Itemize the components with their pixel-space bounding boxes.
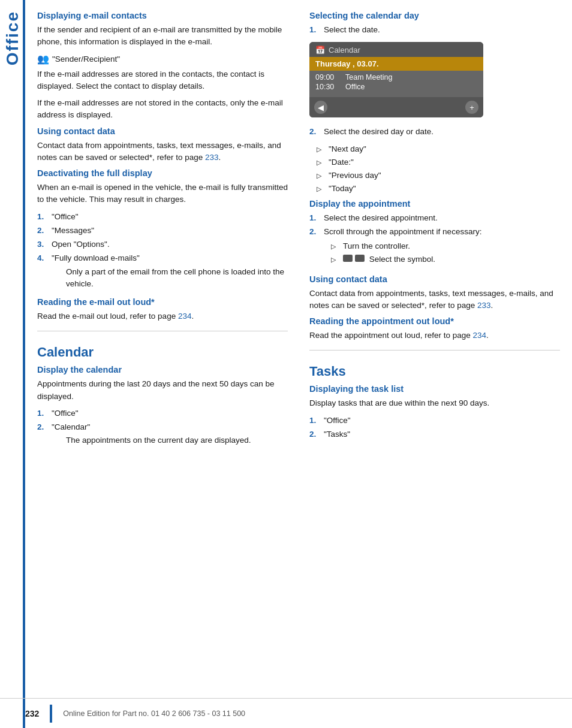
bottom-bar: 232 Online Edition for Part no. 01 40 2 … <box>0 698 572 728</box>
appointment-subbullets: ▷Turn the controller. ▷ Select the sym <box>331 240 481 266</box>
body-text-display-calendar: Appointments during the last 20 days and… <box>37 378 288 403</box>
calendar-date-row: Thursday , 03.07. <box>309 57 483 71</box>
option-previous-day: ▷"Previous day" <box>317 170 560 182</box>
section-using-contact-data-right: Using contact data Contact data from app… <box>309 274 560 312</box>
symbol-box-2 <box>355 255 365 262</box>
section-deactivating-full-display: Deactivating the full display When an e-… <box>37 168 288 292</box>
page-wrapper: Office Displaying e-mail contacts If the… <box>0 0 572 728</box>
calendar-event-row-2: 10:30 Office <box>315 83 477 91</box>
selecting-step-2-list: 2.Select the desired day or date. <box>309 126 560 138</box>
symbol-box-1 <box>343 255 353 262</box>
body-text-reading-email: Read the e-mail out loud, refer to page … <box>37 310 288 322</box>
section-displaying-email-contacts: Displaying e-mail contacts If the sender… <box>37 11 288 122</box>
section-title-reading-email: Reading the e-mail out loud* <box>37 297 288 307</box>
calendar-controls: ◀ + <box>309 97 483 117</box>
event-title-2: Office <box>345 83 365 91</box>
option-date: ▷"Date:" <box>317 156 560 168</box>
calendar-widget-body: Thursday , 03.07. 09:00 Team Meeting 10:… <box>309 57 483 117</box>
subbullet-select-symbol: ▷ Select the symbol. <box>331 253 481 265</box>
section-using-contact-data: Using contact data Contact data from app… <box>37 126 288 164</box>
step-4-fully-download: 4. "Fully download e-mails" Only a part … <box>37 252 288 292</box>
step-1-office: 1."Office" <box>37 211 288 223</box>
subbullet-turn-controller: ▷Turn the controller. <box>331 240 481 252</box>
sidebar-label: Office <box>3 11 22 65</box>
symbol-icons <box>343 255 365 262</box>
body-text-using-contact-data: Contact data from appointments, tasks, t… <box>37 140 288 164</box>
calendar-step-2-calendar: 2. "Calendar" The appointments on the cu… <box>37 421 288 449</box>
left-column: Displaying e-mail contacts If the sender… <box>25 11 299 728</box>
section-displaying-task-list: Displaying the task list Display tasks t… <box>309 384 560 440</box>
link-233-1[interactable]: 233 <box>205 153 219 162</box>
link-234-1[interactable]: 234 <box>178 312 192 321</box>
section-title-displaying-email-contacts: Displaying e-mail contacts <box>37 11 288 20</box>
section-selecting-calendar-day: Selecting the calendar day 1.Select the … <box>309 11 560 195</box>
section-title-display-calendar: Display the calendar <box>37 365 288 374</box>
body-text-email-contacts-3: If the e-mail addresses are not stored i… <box>37 97 288 122</box>
person-icon: 👥 <box>37 53 49 65</box>
appointment-steps-list: 1.Select the desired appointment. 2. Scr… <box>309 212 560 270</box>
right-column: Selecting the calendar day 1.Select the … <box>299 11 572 728</box>
link-234-2[interactable]: 234 <box>472 331 486 340</box>
task-step-2-tasks: 2."Tasks" <box>309 428 560 440</box>
section-title-display-appointment: Display the appointment <box>309 199 560 209</box>
bottom-divider <box>50 705 52 723</box>
task-list-steps: 1."Office" 2."Tasks" <box>309 415 560 441</box>
appointment-step-1: 1.Select the desired appointment. <box>309 212 560 224</box>
calendar-events: 09:00 Team Meeting 10:30 Office <box>309 71 483 97</box>
section-title-using-contact-data-right: Using contact data <box>309 274 560 284</box>
section-title-deactivating: Deactivating the full display <box>37 168 288 178</box>
selecting-step-1-list: 1.Select the date. <box>309 24 560 36</box>
divider-tasks <box>309 350 560 351</box>
calendar-prev-btn[interactable]: ◀ <box>314 101 327 114</box>
event-time-1: 09:00 <box>315 73 338 81</box>
display-calendar-steps: 1."Office" 2. "Calendar" The appointment… <box>37 407 288 449</box>
step-2-messages: 2."Messages" <box>37 225 288 237</box>
calendar-add-btn[interactable]: + <box>465 101 478 114</box>
body-text-task-list: Display tasks that are due within the ne… <box>309 397 560 409</box>
body-text-deactivating: When an e-mail is opened in the vehicle,… <box>37 182 288 206</box>
sender-recipient-label: "Sender/Recipient" <box>52 55 120 64</box>
calendar-step-1-office: 1."Office" <box>37 407 288 419</box>
section-title-selecting-calendar-day: Selecting the calendar day <box>309 11 560 20</box>
footer-text: Online Edition for Part no. 01 40 2 606 … <box>63 709 245 718</box>
divider-calendar <box>37 331 288 331</box>
deactivating-steps-list: 1."Office" 2."Messages" 3.Open "Options"… <box>37 211 288 293</box>
step-4-subtext: Only a part of the email from the cell p… <box>66 266 288 291</box>
option-next-day: ▷"Next day" <box>317 143 560 155</box>
section-title-tasks-large: Tasks <box>309 364 560 379</box>
event-time-2: 10:30 <box>315 83 338 91</box>
page-number: 232 <box>25 709 39 718</box>
section-display-calendar: Display the calendar Appointments during… <box>37 365 288 449</box>
calendar-options-list: ▷"Next day" ▷"Date:" ▷"Previous day" ▷"T… <box>317 143 560 195</box>
sidebar: Office <box>0 0 25 728</box>
section-title-calendar-large: Calendar <box>37 345 288 360</box>
appointment-step-2: 2. Scroll through the appointment if nec… <box>309 226 560 270</box>
section-display-appointment: Display the appointment 1.Select the des… <box>309 199 560 270</box>
calendar-event-row-1: 09:00 Team Meeting <box>315 73 477 81</box>
calendar-small-icon: 📅 <box>315 46 325 55</box>
body-text-reading-appointment: Read the appointment out loud, refer to … <box>309 330 560 342</box>
step-3-options: 3.Open "Options". <box>37 238 288 250</box>
selecting-step-2: 2.Select the desired day or date. <box>309 126 560 138</box>
calendar-step-2-subtext: The appointments on the current day are … <box>66 434 251 446</box>
section-title-reading-appointment: Reading the appointment out loud* <box>309 316 560 326</box>
body-text-email-contacts-1: If the sender and recipient of an e-mail… <box>37 24 288 49</box>
body-text-email-contacts-2: If the e-mail addresses are stored in th… <box>37 68 288 93</box>
task-step-1-office: 1."Office" <box>309 415 560 427</box>
section-title-using-contact-data: Using contact data <box>37 126 288 136</box>
option-today: ▷"Today" <box>317 183 560 195</box>
section-title-task-list: Displaying the task list <box>309 384 560 394</box>
calendar-widget: 📅 Calendar Thursday , 03.07. 09:00 Team … <box>309 42 483 117</box>
calendar-widget-header: 📅 Calendar <box>309 42 483 57</box>
section-reading-email-loud: Reading the e-mail out loud* Read the e-… <box>37 297 288 322</box>
main-content: Displaying e-mail contacts If the sender… <box>25 0 572 728</box>
contact-icon-line: 👥 "Sender/Recipient" <box>37 53 288 65</box>
body-text-using-contact-data-right: Contact data from appointments, tasks, t… <box>309 288 560 312</box>
event-title-1: Team Meeting <box>345 73 393 81</box>
sidebar-bar <box>23 0 25 728</box>
link-233-2[interactable]: 233 <box>477 301 491 310</box>
selecting-step-1: 1.Select the date. <box>309 24 560 36</box>
section-reading-appointment-loud: Reading the appointment out loud* Read t… <box>309 316 560 342</box>
